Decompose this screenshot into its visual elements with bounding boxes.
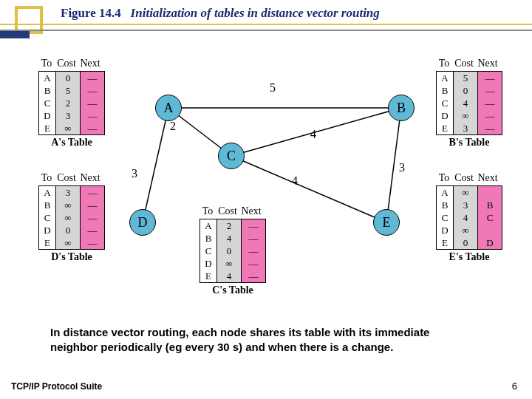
col-header-next: Next [78, 58, 102, 69]
cell-cost: ∞ [454, 109, 477, 122]
col-header-cost: Cost [452, 172, 476, 184]
node-label: D [138, 215, 148, 231]
cell-cost: 2 [56, 97, 80, 109]
cell-next: — [81, 72, 104, 84]
cell-to: B [437, 84, 453, 97]
node-e: E [373, 209, 400, 236]
cell-next: — [478, 97, 502, 109]
node-a: A [155, 95, 182, 121]
edge-weight: 3 [399, 161, 405, 174]
col-header-next: Next [239, 205, 263, 217]
cell-cost: 0 [454, 236, 477, 249]
cell-cost: 2 [217, 219, 241, 232]
cell-next: — [81, 186, 104, 199]
node-b: B [388, 95, 415, 121]
col-header-to: To [436, 172, 452, 184]
cell-next: C [478, 211, 502, 224]
cell-to: D [437, 224, 453, 236]
cell-cost: ∞ [56, 236, 80, 249]
cell-next: — [478, 109, 502, 122]
node-label: A [164, 100, 174, 116]
cell-cost: 3 [454, 122, 477, 134]
cell-next: — [242, 245, 265, 257]
cell-cost: ∞ [454, 224, 477, 236]
cell-to: B [200, 232, 216, 245]
cell-to: A [39, 72, 55, 84]
cell-cost: 3 [56, 109, 80, 122]
cell-next: — [478, 84, 502, 97]
cell-to: E [39, 236, 55, 249]
cell-cost: 0 [217, 245, 241, 257]
edge-weight: 5 [270, 81, 276, 95]
cell-to: D [437, 109, 453, 122]
cell-to: A [437, 186, 453, 199]
decor-line [0, 24, 532, 25]
edge-weight: 2 [170, 120, 176, 133]
col-header-to: To [436, 58, 452, 69]
col-header-cost: Cost [452, 58, 476, 69]
cell-to: E [200, 270, 216, 282]
cell-cost: ∞ [56, 211, 80, 224]
edge-weight: 4 [310, 128, 316, 141]
cell-cost: 4 [217, 232, 241, 245]
cell-next: — [81, 84, 104, 97]
edge-weight: 3 [132, 167, 137, 180]
cell-cost: ∞ [56, 199, 80, 211]
cell-to: B [39, 199, 55, 211]
cell-to: C [437, 97, 453, 109]
cell-next: — [81, 211, 104, 224]
node-d: D [129, 209, 156, 236]
cell-to: C [200, 245, 216, 257]
svg-line-3 [231, 108, 401, 156]
node-label: B [397, 100, 406, 116]
cell-cost: 5 [56, 84, 80, 97]
node-label: C [227, 149, 236, 164]
col-header-next: Next [476, 58, 499, 69]
cell-to: D [200, 257, 216, 270]
col-header-next: Next [476, 172, 499, 184]
cell-next [478, 186, 502, 199]
cell-cost: 0 [454, 84, 477, 97]
svg-line-2 [143, 108, 168, 222]
decor-line [0, 30, 532, 31]
col-header-cost: Cost [55, 58, 78, 69]
cell-cost: 5 [454, 72, 477, 84]
cell-cost: 0 [56, 224, 80, 236]
routing-table-d: ToCostNextABCDE3∞∞0∞—————D's Table [38, 172, 105, 263]
cell-next [478, 224, 502, 236]
cell-next: — [242, 257, 265, 270]
table-label: D's Table [38, 251, 105, 263]
routing-table-c: ToCostNextABCDE240∞4—————C's Table [200, 205, 266, 296]
figure-caption: Initialization of tables in distance vec… [131, 6, 380, 20]
table-label: C's Table [200, 284, 266, 296]
cell-cost: 4 [454, 97, 477, 109]
cell-next: B [478, 199, 502, 211]
routing-table-a: ToCostNextABCDE0523∞—————A's Table [38, 58, 105, 149]
cell-cost: 3 [56, 186, 80, 199]
col-header-cost: Cost [55, 172, 78, 184]
cell-to: A [437, 72, 453, 84]
cell-next: — [478, 122, 502, 134]
node-c: C [218, 143, 245, 169]
cell-cost: ∞ [56, 122, 80, 134]
col-header-to: To [38, 58, 55, 69]
routing-table-e: ToCostNextABCDE∞34∞0BCDE's Table [436, 172, 502, 263]
cell-to: E [437, 122, 453, 134]
diagram: A B C D E 523434 ToCostNextABCDE0523∞———… [0, 58, 532, 309]
caption-text: In distance vector routing, each node sh… [50, 325, 479, 355]
node-label: E [383, 215, 391, 231]
cell-cost: 4 [454, 211, 477, 224]
cell-next: — [81, 236, 104, 249]
cell-to: D [39, 109, 55, 122]
cell-cost: ∞ [454, 186, 477, 199]
decor-bar [0, 31, 30, 38]
cell-to: B [437, 199, 453, 211]
cell-next: — [242, 219, 265, 232]
cell-cost: 3 [454, 199, 477, 211]
table-label: A's Table [38, 137, 105, 149]
cell-to: B [39, 84, 55, 97]
edge-weight: 4 [292, 174, 298, 188]
col-header-to: To [38, 172, 55, 184]
cell-to: C [39, 97, 55, 109]
cell-to: E [39, 122, 55, 134]
